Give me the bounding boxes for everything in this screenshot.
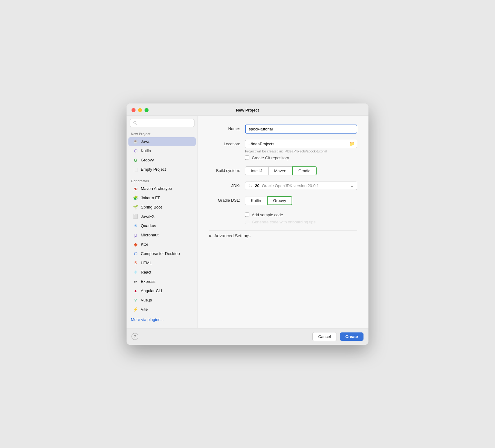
location-field-content: 📁 Project will be created in: ~/IdeaProj… [245,140,357,160]
sidebar-item-maven[interactable]: m Maven Archetype [128,184,196,193]
jdk-description: Oracle OpenJDK version 20.0.1 [262,183,319,188]
advanced-chevron-icon: ▶ [209,234,212,238]
browse-folder-button[interactable]: 📁 [347,140,357,147]
build-btn-gradle[interactable]: Gradle [292,166,317,175]
sidebar-item-label-express: Express [141,279,155,284]
window-controls[interactable] [132,108,149,112]
sidebar-item-html[interactable]: 5 HTML [128,259,196,267]
more-plugins-link[interactable]: More via plugins... [127,314,198,325]
name-field-row: Name: [209,125,357,134]
chevron-down-icon: ⌄ [350,183,354,188]
git-repo-row: Create Git repository [245,156,357,160]
sidebar-item-label-react: React [141,270,151,275]
location-hint: Project will be created in: ~/IdeaProjec… [245,149,357,153]
javafx-icon: ⬜ [133,214,138,219]
sample-code-spacer [209,211,240,213]
kotlin-icon: ⬡ [133,148,138,154]
generators-section-label: Generators [127,177,198,184]
sidebar-item-label-angular: Angular CLI [141,288,162,293]
micronaut-icon: μ [133,232,138,238]
gradle-dsl-field-row: Gradle DSL: Kotlin Groovy [209,196,357,205]
sidebar-item-react[interactable]: ⚛ React [128,268,196,277]
empty-icon: ⬚ [133,167,138,172]
express-icon: ex [133,279,138,284]
sidebar-item-groovy[interactable]: G Groovy [128,156,196,165]
location-input[interactable] [245,140,347,148]
sidebar-item-label-html: HTML [141,261,152,265]
sidebar-item-jakarta[interactable]: 🧩 Jakarta EE [128,194,196,202]
sidebar-item-label-ktor: Ktor [141,242,148,247]
titlebar: New Project [127,103,368,116]
git-repo-label[interactable]: Create Git repository [252,156,289,160]
search-box[interactable] [130,119,194,127]
build-btn-intellij[interactable]: IntelliJ [245,166,268,175]
sidebar-item-ktor[interactable]: ◆ Ktor [128,240,196,249]
sidebar-item-label-java: Java [141,139,149,144]
minimize-button[interactable] [138,108,142,112]
sidebar-item-label-empty: Empty Project [141,167,166,172]
build-btn-maven[interactable]: Maven [268,166,292,175]
sample-code-content: Add sample code Generate code with onboa… [245,211,357,224]
gradle-dsl-label: Gradle DSL: [209,196,240,203]
react-icon: ⚛ [133,270,138,275]
sample-code-label[interactable]: Add sample code [252,213,283,217]
sidebar-item-label-kotlin: Kotlin [141,148,151,153]
sidebar-item-label-jakarta: Jakarta EE [141,195,161,200]
vite-icon: ⚡ [133,307,138,312]
build-system-content: IntelliJ Maven Gradle [245,166,357,175]
groovy-icon: G [133,157,138,163]
sidebar-item-empty[interactable]: ⬚ Empty Project [128,165,196,174]
dsl-btn-kotlin[interactable]: Kotlin [245,196,267,205]
maven-icon: m [133,186,138,191]
location-input-wrap: 📁 [245,140,357,148]
close-button[interactable] [132,108,136,112]
cancel-button[interactable]: Cancel [312,332,337,341]
sample-code-checkbox[interactable] [245,213,249,217]
sidebar-item-compose[interactable]: ⬡ Compose for Desktop [128,249,196,258]
sidebar-item-label-groovy: Groovy [141,158,154,162]
sidebar-item-angular[interactable]: ▲ Angular CLI [128,287,196,295]
sidebar-item-javafx[interactable]: ⬜ JavaFX [128,212,196,221]
advanced-settings-row[interactable]: ▶ Advanced Settings [209,231,357,238]
window-title: New Project [236,108,259,112]
quarkus-icon: ✳ [133,223,138,229]
name-field-content [245,125,357,134]
onboarding-label: Generate code with onboarding tips [252,220,315,224]
sidebar-item-label-maven: Maven Archetype [141,186,172,191]
sidebar-item-vite[interactable]: ⚡ Vite [128,305,196,314]
ktor-icon: ◆ [133,242,138,247]
maximize-button[interactable] [145,108,149,112]
jdk-copy-icon: 🗂 [248,183,252,188]
help-button[interactable]: ? [132,333,138,340]
dsl-btn-groovy[interactable]: Groovy [267,196,292,205]
location-label: Location: [209,140,240,146]
java-icon: ☕ [133,139,138,144]
sidebar-item-label-compose: Compose for Desktop [141,251,180,256]
jdk-field-row: JDK: 🗂 20 Oracle OpenJDK version 20.0.1 … [209,182,357,190]
new-project-section-label: New Project [127,130,198,137]
sidebar-item-kotlin[interactable]: ⬡ Kotlin [128,147,196,155]
create-button[interactable]: Create [340,332,363,341]
sidebar-item-express[interactable]: ex Express [128,277,196,286]
spring-icon: 🌱 [133,204,138,210]
footer: ? Cancel Create [127,328,368,345]
location-field-row: Location: 📁 Project will be created in: … [209,140,357,160]
sidebar-item-micronaut[interactable]: μ Micronaut [128,231,196,239]
vue-icon: V [133,297,138,303]
build-system-label: Build system: [209,166,240,173]
sidebar-item-quarkus[interactable]: ✳ Quarkus [128,222,196,230]
sidebar-item-vue[interactable]: V Vue.js [128,296,196,305]
sample-code-checkbox-row: Add sample code [245,213,357,217]
git-repo-checkbox[interactable] [245,156,249,160]
build-system-field-row: Build system: IntelliJ Maven Gradle [209,166,357,175]
sidebar-item-label-vite: Vite [141,307,148,312]
sidebar-item-label-spring: Spring Boot [141,205,162,209]
svg-line-1 [136,123,137,125]
sample-code-row: Add sample code Generate code with onboa… [209,211,357,224]
sidebar-item-java[interactable]: ☕ Java [128,137,196,146]
sidebar-item-spring[interactable]: 🌱 Spring Boot [128,203,196,212]
name-input[interactable] [245,125,357,134]
angular-icon: ▲ [133,288,138,294]
jdk-dropdown[interactable]: 🗂 20 Oracle OpenJDK version 20.0.1 ⌄ [245,182,357,190]
html-icon: 5 [133,260,138,266]
